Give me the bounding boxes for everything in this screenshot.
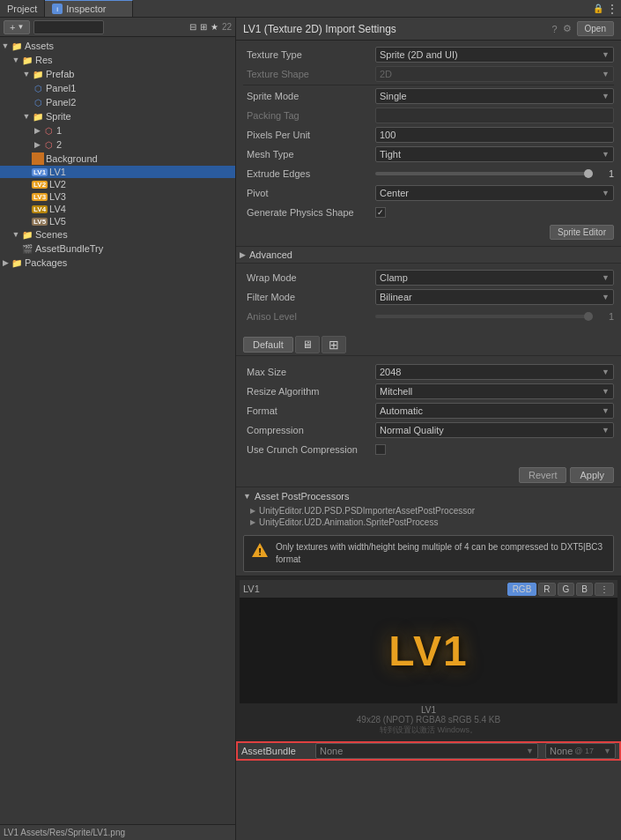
preview-canvas: LV1	[240, 598, 617, 703]
dropdown-texture-shape: 2D ▼	[375, 66, 614, 82]
status-path: LV1 Assets/Res/Sprite/LV1.png	[4, 828, 125, 837]
tree-item-lv1[interactable]: LV1 LV1	[0, 166, 235, 178]
warning-icon: !	[251, 541, 269, 559]
tree-item-sprite[interactable]: ▼ 📁 Sprite	[0, 109, 235, 123]
inspector-tab-label: Inspector	[66, 4, 106, 14]
count-badge: 22	[222, 22, 232, 32]
lock-icon[interactable]: 🔒	[593, 4, 603, 13]
input-pixels-per-unit[interactable]	[375, 127, 614, 143]
value-extrude-edges: 1	[596, 168, 614, 179]
advanced-section-header[interactable]: ▶ Advanced	[236, 246, 621, 264]
row-sprite-mode: Sprite Mode Single ▼	[243, 87, 614, 105]
dropdown-pivot[interactable]: Center ▼	[375, 185, 614, 201]
view-icon1[interactable]: ⊟	[189, 22, 196, 32]
arrow-2: ▶	[32, 139, 42, 150]
checkbox-physics-shape[interactable]: ✓	[375, 207, 386, 218]
tree-item-prefab[interactable]: ▼ 📁 Prefab	[0, 67, 235, 81]
dropdown-max-size[interactable]: 2048 ▼	[375, 364, 614, 380]
btn-menu[interactable]: ⋮	[595, 583, 614, 596]
settings-icon[interactable]: ⚙	[563, 23, 572, 34]
row-max-size: Max Size 2048 ▼	[243, 363, 614, 381]
ab-dropdown-none1[interactable]: None ▼	[315, 743, 538, 759]
btn-rgb[interactable]: RGB	[507, 583, 537, 596]
row-wrap-mode: Wrap Mode Clamp ▼	[243, 269, 614, 286]
tree-item-2[interactable]: ▶ ⬡ 2	[0, 138, 235, 152]
label-lv5: LV5	[49, 216, 66, 227]
input-packing-tag[interactable]	[375, 108, 614, 123]
btn-b[interactable]: B	[576, 583, 593, 596]
dropdown-filter-mode[interactable]: Bilinear ▼	[375, 289, 614, 305]
view-icon2[interactable]: ⊞	[200, 22, 207, 32]
tab-inspector[interactable]: i Inspector	[45, 0, 133, 17]
search-input[interactable]	[33, 20, 104, 34]
icon-1: ⬡	[42, 124, 55, 137]
tree-item-panel1[interactable]: ⬡ Panel1	[0, 81, 235, 95]
tree-item-panel2[interactable]: ⬡ Panel2	[0, 95, 235, 109]
arrow-scenes: ▼	[11, 229, 21, 240]
sprite-editor-button[interactable]: Sprite Editor	[550, 225, 614, 240]
row-texture-type: Texture Type Sprite (2D and UI) ▼	[243, 46, 614, 63]
label-physics-shape: Generate Physics Shape	[243, 207, 375, 218]
favorite-icon[interactable]: ★	[211, 22, 218, 32]
tree-item-lv3[interactable]: LV3 LV3	[0, 190, 235, 203]
value-max-size: 2048	[380, 367, 602, 377]
arrow-packages: ▶	[0, 257, 11, 268]
tree-item-lv2[interactable]: LV2 LV2	[0, 178, 235, 190]
tree-item-background[interactable]: Background	[0, 152, 235, 166]
inspector-header-icons: ? ⚙ Open	[551, 21, 614, 36]
label-res: Res	[35, 55, 53, 65]
inspector-header: LV1 (Texture 2D) Import Settings ? ⚙ Ope…	[236, 18, 621, 41]
tab-default[interactable]: Default	[243, 337, 293, 353]
ab-arrow1: ▼	[526, 747, 534, 755]
btn-r[interactable]: R	[538, 583, 555, 596]
dropdown-sprite-mode[interactable]: Single ▼	[375, 88, 614, 104]
tree-item-assets[interactable]: ▼ 📁 Assets	[0, 39, 235, 53]
badge-lv3: LV3	[32, 193, 48, 201]
tree-item-lv4[interactable]: LV4 LV4	[0, 203, 235, 215]
open-button[interactable]: Open	[577, 21, 614, 36]
dropdown-wrap-mode[interactable]: Clamp ▼	[375, 270, 614, 286]
add-button[interactable]: + ▼	[4, 20, 30, 34]
apply-button[interactable]: Apply	[570, 467, 614, 483]
checkbox-crunch[interactable]	[375, 444, 386, 455]
tree-item-lv5[interactable]: LV5 LV5	[0, 215, 235, 227]
tab-monitor[interactable]: 🖥	[295, 336, 320, 353]
value-pivot: Center	[380, 188, 602, 198]
row-texture-shape: Texture Shape 2D ▼	[243, 65, 614, 83]
tree-item-res[interactable]: ▼ 📁 Res	[0, 53, 235, 67]
dropdown-format[interactable]: Automatic ▼	[375, 403, 614, 419]
platform-tabs: Default 🖥 ⊞	[236, 334, 621, 356]
arrow-texture-type: ▼	[602, 50, 610, 59]
label-2: 2	[56, 139, 62, 150]
post-proc-item-1: ▶ UnityEditor.U2D.PSD.PSDImporterAssetPo…	[243, 505, 614, 517]
advanced-title: Advanced	[249, 249, 292, 260]
slider-track-extrude[interactable]	[375, 172, 593, 175]
arrow-pivot: ▼	[602, 189, 610, 197]
revert-button[interactable]: Revert	[519, 467, 566, 483]
dropdown-compression[interactable]: Normal Quality ▼	[375, 422, 614, 438]
tab-project[interactable]: Project	[0, 0, 45, 17]
dropdown-resize-algorithm[interactable]: Mitchell ▼	[375, 383, 614, 399]
tree-item-assetbundletry[interactable]: 🎬 AssetBundleTry	[0, 242, 235, 256]
ab-dropdown-none2[interactable]: None @ 17 ▼	[545, 743, 616, 759]
menu-icon[interactable]: ⋮	[607, 3, 617, 15]
dropdown-mesh-type[interactable]: Tight ▼	[375, 146, 614, 162]
tree-item-packages[interactable]: ▶ 📁 Packages	[0, 256, 235, 270]
label-background: Background	[46, 153, 98, 164]
tree-item-1[interactable]: ▶ ⬡ 1	[0, 123, 235, 138]
dropdown-texture-type[interactable]: Sprite (2D and UI) ▼	[375, 47, 614, 63]
folder-icon-sprite: 📁	[32, 110, 44, 123]
tab-grid[interactable]: ⊞	[322, 336, 346, 353]
slider-aniso: 1	[375, 311, 614, 322]
row-pivot: Pivot Center ▼	[243, 184, 614, 202]
slider-handle-extrude[interactable]	[584, 169, 593, 178]
help-icon[interactable]: ?	[551, 24, 557, 34]
post-proc-item-2: ▶ UnityEditor.U2D.Animation.SpritePostPr…	[243, 517, 614, 528]
divider1	[243, 85, 614, 85]
prefab-icon-panel2: ⬡	[32, 96, 44, 108]
preview-lv1-text: LV1	[388, 627, 468, 675]
post-proc-header[interactable]: ▼ Asset PostProcessors	[243, 491, 614, 502]
value-format: Automatic	[380, 405, 602, 416]
tree-item-scenes[interactable]: ▼ 📁 Scenes	[0, 227, 235, 242]
btn-g[interactable]: G	[558, 583, 575, 596]
